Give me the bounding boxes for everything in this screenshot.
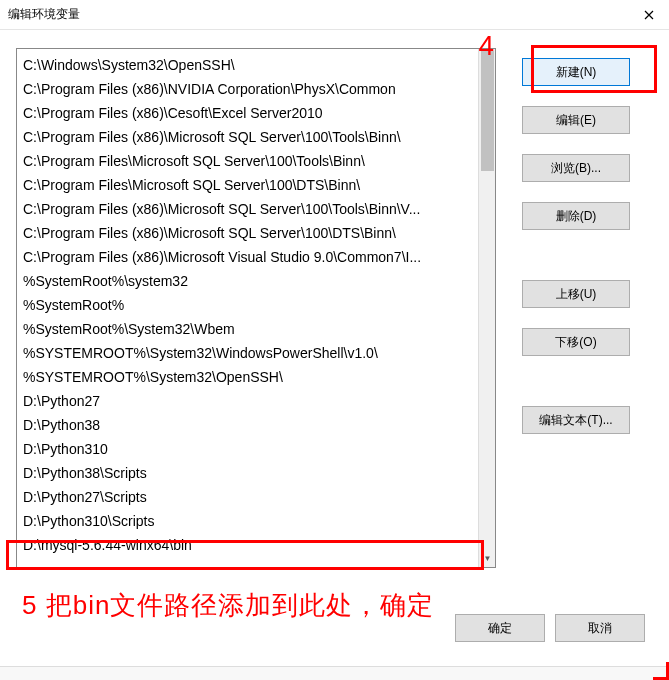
list-item[interactable]: C:\Windows\System32\OpenSSH\ — [23, 53, 471, 77]
close-icon — [644, 10, 654, 20]
new-button[interactable]: 新建(N) — [522, 58, 630, 86]
list-item[interactable]: C:\Program Files (x86)\Microsoft SQL Ser… — [23, 221, 471, 245]
dialog-buttons: 确定 取消 — [455, 614, 645, 642]
scroll-down-icon[interactable]: ▼ — [479, 550, 496, 567]
list-item[interactable]: D:\Python310 — [23, 437, 471, 461]
button-column: 新建(N) 编辑(E) 浏览(B)... 删除(D) 上移(U) 下移(O) 编… — [522, 48, 653, 568]
moveup-button[interactable]: 上移(U) — [522, 280, 630, 308]
titlebar: 编辑环境变量 — [0, 0, 669, 30]
scroll-thumb[interactable] — [481, 51, 494, 171]
path-listbox[interactable]: C:\Windows\System32\OpenSSH\ C:\Program … — [16, 48, 496, 568]
ok-button[interactable]: 确定 — [455, 614, 545, 642]
close-button[interactable] — [629, 0, 669, 30]
edittext-button[interactable]: 编辑文本(T)... — [522, 406, 630, 434]
list-item[interactable]: %SystemRoot%\System32\Wbem — [23, 317, 471, 341]
list-item[interactable]: D:\Python38 — [23, 413, 471, 437]
cancel-button[interactable]: 取消 — [555, 614, 645, 642]
list-item[interactable]: C:\Program Files (x86)\Cesoft\Excel Serv… — [23, 101, 471, 125]
list-item[interactable]: C:\Program Files\Microsoft SQL Server\10… — [23, 173, 471, 197]
dialog-title: 编辑环境变量 — [8, 6, 80, 23]
list-item[interactable]: %SYSTEMROOT%\System32\WindowsPowerShell\… — [23, 341, 471, 365]
list-item[interactable]: D:\mysql-5.6.44-winx64\bin — [23, 533, 471, 557]
list-item[interactable]: %SYSTEMROOT%\System32\OpenSSH\ — [23, 365, 471, 389]
delete-button[interactable]: 删除(D) — [522, 202, 630, 230]
list-item[interactable]: C:\Program Files (x86)\Microsoft Visual … — [23, 245, 471, 269]
list-item[interactable]: D:\Python38\Scripts — [23, 461, 471, 485]
list-item[interactable]: C:\Program Files (x86)\Microsoft SQL Ser… — [23, 125, 471, 149]
scrollbar[interactable]: ▲ ▼ — [478, 49, 495, 567]
list-item[interactable]: C:\Program Files (x86)\NVIDIA Corporatio… — [23, 77, 471, 101]
browse-button[interactable]: 浏览(B)... — [522, 154, 630, 182]
list-item[interactable]: C:\Program Files (x86)\Microsoft SQL Ser… — [23, 197, 471, 221]
list-item[interactable]: C:\Program Files\Microsoft SQL Server\10… — [23, 149, 471, 173]
list-item[interactable]: %SystemRoot% — [23, 293, 471, 317]
movedown-button[interactable]: 下移(O) — [522, 328, 630, 356]
list-item[interactable]: D:\Python27 — [23, 389, 471, 413]
edit-button[interactable]: 编辑(E) — [522, 106, 630, 134]
list-item[interactable]: D:\Python310\Scripts — [23, 509, 471, 533]
bottom-edge — [0, 666, 669, 680]
list-item[interactable]: %SystemRoot%\system32 — [23, 269, 471, 293]
dialog-content: C:\Windows\System32\OpenSSH\ C:\Program … — [0, 30, 669, 680]
list-item[interactable]: D:\Python27\Scripts — [23, 485, 471, 509]
